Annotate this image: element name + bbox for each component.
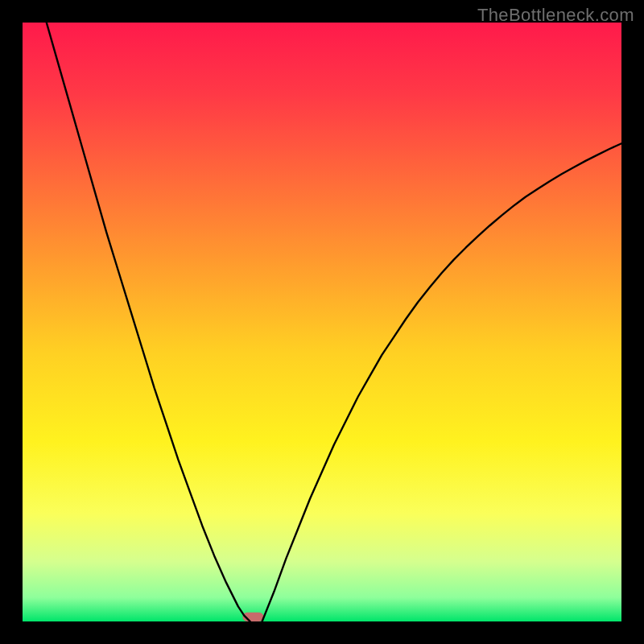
- plot-area: [23, 23, 621, 621]
- chart-container: TheBottleneck.com: [0, 0, 644, 644]
- gradient-background: [23, 23, 621, 621]
- plot-svg: [23, 23, 621, 621]
